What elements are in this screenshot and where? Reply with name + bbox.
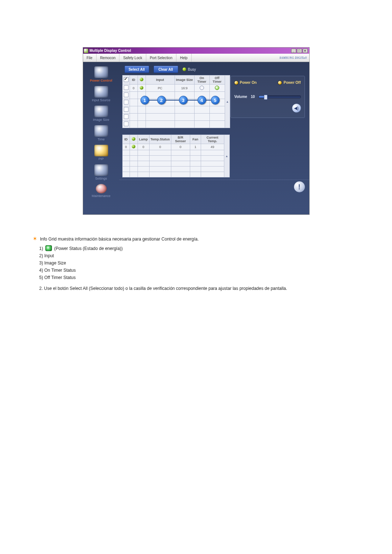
sidebar-item-image-size[interactable]: Image Size [83, 106, 119, 122]
paragraph-2: 2. Use el botón Select All (Seleccionar … [39, 285, 359, 292]
sidebar-item-pip[interactable]: PIP [83, 145, 119, 161]
busy-indicator: Busy [183, 67, 196, 71]
brand-label: SAMSUNG DIGITall [279, 54, 309, 62]
star-icon [33, 237, 38, 242]
power-status-inline-icon [45, 245, 52, 251]
input-source-icon [94, 86, 108, 98]
close-button[interactable]: × [303, 49, 308, 53]
volume-label: Volume [234, 95, 247, 99]
list-item: 3) Image Size [39, 260, 359, 266]
power-off-radio[interactable]: Power Off [278, 81, 301, 85]
alert-icon: ! [294, 181, 305, 192]
settings-icon [94, 164, 108, 176]
menu-file[interactable]: File [83, 54, 97, 62]
menu-safety-lock[interactable]: Safety Lock [119, 54, 146, 62]
power-on-radio[interactable]: Power On [234, 81, 257, 85]
table-row[interactable] [122, 161, 229, 167]
speaker-icon[interactable]: ◀) [292, 104, 301, 112]
list-item: 2) Input [39, 253, 359, 258]
badge-5: 5 [211, 96, 220, 104]
intro-text: Info Grid muestra información básica nec… [40, 237, 199, 242]
list-item: 5) Off Timer Status [39, 275, 359, 280]
power-status-icon [140, 78, 143, 81]
table-row[interactable] [122, 121, 230, 128]
menu-help[interactable]: Help [176, 54, 192, 62]
table-row[interactable]: 0 PC 16:9 [122, 85, 230, 92]
power-control-panel: Power On Power Off Volume 10 [230, 76, 305, 118]
table-row[interactable]: 0 0 0 0 1 49 [122, 144, 229, 150]
select-all-button[interactable]: Select All [124, 66, 149, 73]
minimize-button[interactable]: _ [291, 49, 296, 53]
busy-icon [183, 67, 186, 71]
list-item: 4) On Timer Status [39, 268, 359, 273]
power-status-icon [132, 137, 135, 141]
sidebar-item-input-source[interactable]: Input Source [83, 86, 119, 102]
table-row[interactable] [122, 172, 229, 177]
info-grid-2: ID Lamp Temp.Status B/R Senser Fan Curre… [122, 135, 230, 177]
sidebar-item-power-control[interactable]: Power Control [83, 66, 119, 82]
app-window: Multiple Display Control _ □ × File Remo… [83, 47, 310, 215]
radio-icon [278, 81, 282, 85]
clear-all-button[interactable]: Clear All [154, 66, 178, 73]
volume-value: 10 [251, 95, 255, 99]
menu-port-selection[interactable]: Port Selection [146, 54, 176, 62]
badge-2: 2 [157, 96, 166, 104]
sidebar-item-settings[interactable]: Settings [83, 164, 119, 180]
badge-3: 3 [179, 96, 188, 104]
app-icon [84, 49, 88, 53]
power-status-on-icon [140, 86, 143, 90]
scrollbar[interactable]: ▲ [224, 135, 229, 177]
status-bar: ! [119, 180, 309, 197]
table-row[interactable] [122, 156, 229, 161]
radio-icon [234, 81, 238, 85]
row-checkbox[interactable] [124, 85, 128, 90]
scrollbar[interactable]: ▲ [225, 75, 230, 128]
power-icon [94, 66, 108, 78]
maximize-button[interactable]: □ [297, 49, 302, 53]
maintenance-icon [96, 184, 107, 193]
badge-1: 1 [140, 96, 149, 104]
document-text: Info Grid muestra información básica nec… [33, 237, 359, 292]
table-row[interactable] [122, 106, 230, 114]
off-timer-icon [215, 86, 219, 90]
menubar: File Remocon Safety Lock Port Selection … [83, 54, 309, 62]
volume-slider[interactable] [258, 95, 301, 98]
menu-remocon[interactable]: Remocon [97, 54, 120, 62]
sidebar-item-time[interactable]: Time [83, 125, 119, 141]
badge-4: 4 [197, 96, 206, 104]
power-status-on-icon [132, 145, 135, 148]
list-item: 1) (Power Status (Estado de energía)) [39, 245, 359, 251]
pip-icon [94, 145, 108, 156]
table-row[interactable] [122, 167, 229, 172]
sidebar-item-maintenance[interactable]: Maintenance [83, 184, 119, 198]
table-row[interactable] [122, 150, 229, 156]
table-row[interactable] [122, 114, 230, 121]
image-size-icon [94, 106, 108, 117]
checkbox-header[interactable] [124, 77, 128, 82]
on-timer-icon [200, 86, 204, 90]
time-icon [94, 125, 108, 137]
titlebar: Multiple Display Control _ □ × [83, 48, 309, 54]
window-title: Multiple Display Control [90, 49, 131, 53]
sidebar: Power Control Input Source Image Size Ti… [83, 62, 119, 214]
